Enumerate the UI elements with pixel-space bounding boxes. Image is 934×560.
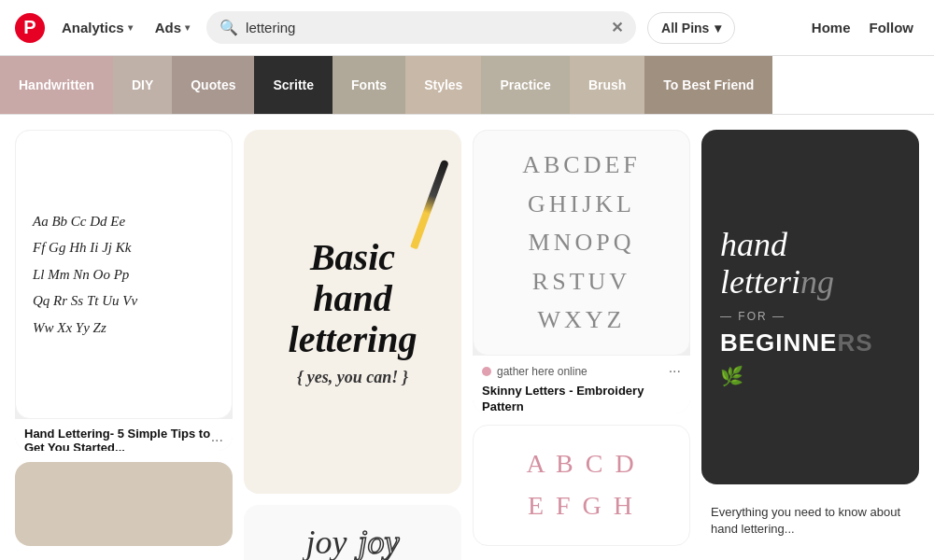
handletter-line1: Basic (289, 237, 417, 278)
skinny-letters-content: ABCDEFGHIJKLMNOPQRSTUVWXYZ (522, 146, 641, 340)
handletter-line3: lettering (289, 319, 417, 360)
filter-chevron-icon: ▾ (715, 21, 721, 35)
alphabet-image: Aa Bb Cc Dd Ee Ff Gg Hh Ii Jj Kk Ll Mm N… (15, 130, 233, 419)
pin-alphabet-title: Hand Lettering- 5 Simple Tips to Get You… (24, 427, 211, 451)
home-link[interactable]: Home (806, 16, 856, 39)
beginners-line1: hand (720, 227, 873, 264)
category-practice[interactable]: Practice (481, 56, 569, 114)
pink-letters-content: A B C DE F G H (526, 443, 636, 527)
filter-label: All Pins (661, 21, 709, 35)
grid-col-3: ABCDEFGHIJKLMNOPQRSTUVWXYZ gather here o… (473, 130, 690, 546)
alphabet-row-3: Ll Mm Nn Oo Pp (33, 261, 129, 288)
category-brush[interactable]: Brush (570, 56, 644, 114)
beginners-leaf: 🌿 (720, 365, 873, 387)
category-quotes[interactable]: Quotes (172, 56, 254, 114)
category-tobestfriend[interactable]: To Best Friend (644, 56, 772, 114)
joy-text-2: joy (359, 523, 400, 560)
category-handwritten[interactable]: Handwritten (0, 56, 113, 114)
header-links: Home Follow (806, 16, 919, 39)
pin-skinny-more-icon[interactable]: ··· (669, 363, 681, 380)
header: P Analytics ▾ Ads ▾ 🔍 ✕ All Pins ▾ Home … (0, 0, 934, 56)
pin-beginners-info: Everything you need to know about hand l… (701, 496, 919, 546)
clear-search-icon[interactable]: ✕ (611, 19, 623, 36)
skinny-image: ABCDEFGHIJKLMNOPQRSTUVWXYZ (473, 130, 690, 356)
pin-skinny[interactable]: ABCDEFGHIJKLMNOPQRSTUVWXYZ gather here o… (473, 130, 690, 413)
alphabet-row-2: Ff Gg Hh Ii Jj Kk (33, 234, 131, 261)
beginners-big: BEGINNERS (720, 329, 873, 357)
joy-text-1: joy (306, 523, 347, 560)
follow-link[interactable]: Follow (864, 16, 920, 39)
ads-label: Ads (155, 20, 181, 35)
pin-alphabet-more-icon[interactable]: ··· (211, 432, 223, 449)
pin-skinny-title: Skinny Letters - Embroidery Pattern (482, 384, 681, 413)
handletter-line2: hand (289, 278, 417, 319)
search-input[interactable] (246, 20, 603, 35)
analytics-chevron-icon: ▾ (128, 22, 133, 33)
pin-skinny-info: gather here online ··· Skinny Letters - … (473, 356, 690, 413)
grid-col-4: hand lettering — FOR — BEGINNERS 🌿 Every… (701, 130, 919, 546)
pin-beginners-desc: Everything you need to know about hand l… (711, 505, 900, 536)
pin-joy[interactable]: joy joy (244, 505, 461, 560)
ads-chevron-icon: ▾ (185, 22, 190, 33)
beginners-for: — FOR — (720, 310, 873, 323)
filter-dropdown[interactable]: All Pins ▾ (647, 12, 735, 44)
analytics-nav[interactable]: Analytics ▾ (56, 16, 138, 39)
alphabet-row-5: Ww Xx Yy Zz (33, 315, 106, 342)
pin-source: gather here online (497, 365, 663, 378)
pin-alphabet-info: Hand Lettering- 5 Simple Tips to Get You… (15, 419, 233, 451)
grid-col-1: Aa Bb Cc Dd Ee Ff Gg Hh Ii Jj Kk Ll Mm N… (15, 130, 233, 546)
search-bar: 🔍 ✕ (206, 11, 636, 44)
category-scritte[interactable]: Scritte (254, 56, 333, 114)
search-icon: 🔍 (219, 19, 238, 36)
category-styles[interactable]: Styles (405, 56, 481, 114)
pin-handletter[interactable]: Basic hand lettering { yes, you can! } (244, 130, 461, 494)
category-diy[interactable]: DIY (113, 56, 172, 114)
source-row: gather here online ··· (482, 363, 681, 380)
beginners-content: hand lettering — FOR — BEGINNERS 🌿 (720, 227, 873, 387)
pin-pink-alpha[interactable]: A B C DE F G H (473, 425, 690, 546)
handletter-line4: { yes, you can! } (289, 368, 417, 387)
beginners-line2: lettering (720, 264, 873, 301)
pins-grid: Aa Bb Cc Dd Ee Ff Gg Hh Ii Jj Kk Ll Mm N… (0, 115, 934, 560)
alphabet-row-1: Aa Bb Cc Dd Ee (33, 208, 125, 235)
category-fonts[interactable]: Fonts (333, 56, 405, 114)
categories-bar: Handwritten DIY Quotes Scritte Fonts Sty… (0, 56, 934, 115)
analytics-label: Analytics (62, 20, 124, 35)
pin-alphabet[interactable]: Aa Bb Cc Dd Ee Ff Gg Hh Ii Jj Kk Ll Mm N… (15, 130, 233, 451)
pin-beginners[interactable]: hand lettering — FOR — BEGINNERS 🌿 (701, 130, 919, 484)
grid-col-2: Basic hand lettering { yes, you can! } j… (244, 130, 461, 546)
pinterest-logo[interactable]: P (15, 13, 45, 43)
pin-bottom-1[interactable] (15, 462, 233, 546)
alphabet-row-4: Qq Rr Ss Tt Uu Vv (33, 287, 137, 315)
ads-nav[interactable]: Ads ▾ (149, 16, 195, 39)
source-dot (482, 367, 491, 376)
